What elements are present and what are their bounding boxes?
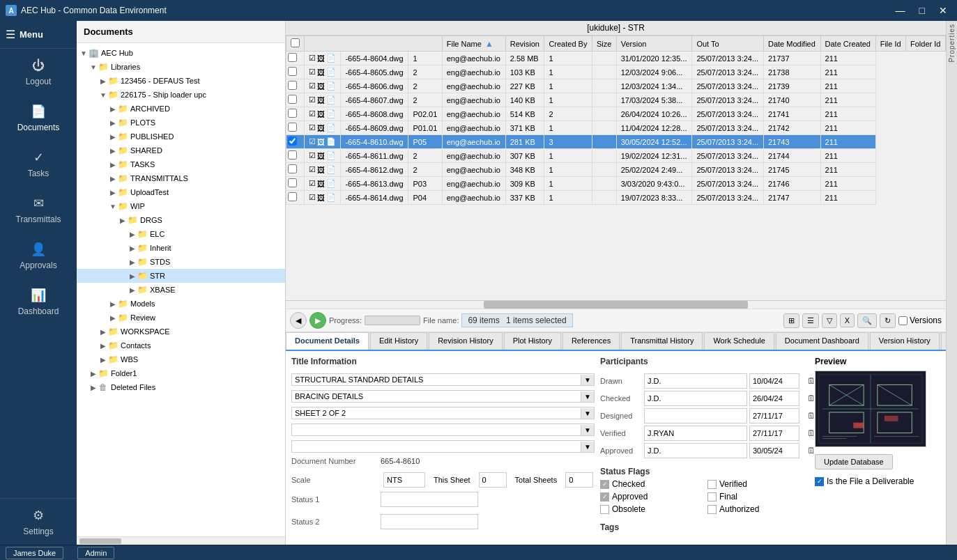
row-check-8[interactable] [286,149,305,163]
col-size[interactable]: Size [592,36,616,52]
tab-work-schedule[interactable]: Work Schedule [704,332,774,350]
sidebar-item-approvals[interactable]: 👤 Approvals [0,233,77,279]
row-filename-8[interactable]: -665-4-8611.dwg [341,149,408,163]
table-row[interactable]: ☑ 🖼 📄 -665-4-8607.dwg 2 eng@aechub.io 14… [286,93,946,107]
select-all-checkbox[interactable] [291,38,300,47]
row-filename-5[interactable]: -665-4-8608.dwg [341,107,408,121]
status2-input[interactable] [381,514,478,529]
tree-item-wip[interactable]: ▼📁WIP [77,199,285,213]
total-sheets-input[interactable] [565,472,593,488]
list-view-button[interactable]: ☰ [802,313,819,328]
refresh-button[interactable]: ↻ [880,313,896,328]
flag-approved[interactable]: ✓ Approved [600,492,702,501]
approved-checkbox[interactable]: ✓ [600,492,609,501]
col-filename[interactable]: File Name ▲ [442,36,505,52]
tree-toggle-xbase[interactable]: ▶ [128,286,137,294]
drawn-input[interactable] [644,373,747,389]
tree-toggle-123456[interactable]: ▶ [99,77,107,85]
tree-item-plots[interactable]: ▶📁PLOTS [77,116,285,130]
tree-item-drgs[interactable]: ▶📁DRGS [77,213,285,227]
sidebar-item-documents[interactable]: 📄 Documents [0,95,77,141]
tree-toggle-plots[interactable]: ▶ [109,119,117,127]
approved-input[interactable] [644,443,747,458]
tree-toggle-uploadtest[interactable]: ▶ [109,189,117,196]
tree-item-folder1[interactable]: ▶📁Folder1 [77,366,285,380]
tree-toggle-wbs[interactable]: ▶ [99,356,107,364]
hamburger-icon[interactable]: ☰ [6,28,15,41]
row-check-5[interactable] [286,107,305,121]
tree-toggle-models[interactable]: ▶ [109,300,117,308]
row-filename-10[interactable]: -665-4-8613.dwg [341,177,408,191]
tree-item-models[interactable]: ▶📁Models [77,297,285,311]
tree-item-elc[interactable]: ▶📁ELC [77,227,285,241]
table-row[interactable]: ☑ 🖼 📄 -665-4-8606.dwg 2 eng@aechub.io 22… [286,79,946,93]
title-dropdown-arrow-2[interactable]: ▼ [581,391,594,402]
row-check-2[interactable] [286,65,305,79]
tree-toggle-drgs[interactable]: ▶ [118,217,127,224]
drawn-date[interactable] [749,373,799,389]
tree-item-review[interactable]: ▶📁Review [77,311,285,325]
col-createdby[interactable]: Created By [544,36,592,52]
tree-item-published[interactable]: ▶📁PUBLISHED [77,130,285,143]
table-row[interactable]: ☑ 🖼 📄 -665-4-8611.dwg 2 eng@aechub.io 30… [286,149,946,163]
row-check-3[interactable] [286,79,305,93]
sidebar-item-dashboard[interactable]: 📊 Dashboard [0,279,77,325]
tree-item-str[interactable]: ▶📁STR [77,269,285,283]
deliverable-checkbox[interactable]: ✓ [815,477,824,486]
tree-toggle-published[interactable]: ▶ [109,133,117,141]
file-table-scrollbar-h[interactable] [286,300,946,309]
tree-toggle-aechub[interactable]: ▼ [79,49,88,57]
back-button[interactable]: ◀ [290,312,307,329]
checked-input[interactable] [644,391,747,406]
col-fileid[interactable]: File Id [875,36,905,52]
row-check-10[interactable] [286,177,305,191]
approved-date[interactable] [749,443,799,458]
filter-button[interactable]: ▽ [822,313,837,328]
tree-content[interactable]: ▼🏢AEC Hub▼📁Libraries▶📁123456 - DEFAUS Te… [77,43,285,536]
tree-item-contacts[interactable]: ▶📁Contacts [77,339,285,352]
title-dropdown-arrow-5[interactable]: ▼ [581,442,594,452]
table-row[interactable]: ☑ 🖼 📄 -665-4-8604.dwg 1 eng@aechub.io 2.… [286,52,946,65]
col-version[interactable]: Version [616,36,692,52]
designed-date[interactable] [749,408,799,423]
row-filename-11[interactable]: -665-4-8614.dwg [341,191,408,205]
row-check-9[interactable] [286,163,305,177]
title-input-3[interactable] [292,407,581,419]
tab-references[interactable]: References [562,332,620,350]
versions-checkbox[interactable] [898,316,908,325]
tree-scrollbar-horizontal[interactable] [77,536,285,545]
title-field-2[interactable]: ▼ [291,390,595,403]
tree-item-workspace[interactable]: ▶📁WORKSPACE [77,325,285,339]
row-check-11[interactable] [286,191,305,205]
file-table-container[interactable]: File Name ▲ Revision Created By Size Ver… [286,36,946,300]
status1-input[interactable] [381,492,478,507]
table-row[interactable]: ☑ 🖼 📄 -665-4-8610.dwg P05 eng@aechub.io … [286,135,946,149]
col-datemodified[interactable]: Date Modified [763,36,820,52]
flag-obsolete[interactable]: Obsolete [600,504,702,514]
tab-edit-history[interactable]: Edit History [370,332,427,350]
tree-item-archived[interactable]: ▶📁ARCHIVED [77,102,285,116]
search-button[interactable]: 🔍 [857,313,877,328]
sidebar-item-logout[interactable]: ⏻ Logout [0,49,77,95]
grid-view-button[interactable]: ⊞ [783,313,799,328]
tree-item-226175[interactable]: ▼📁226175 - Ship loader upc [77,88,285,102]
table-row[interactable]: ☑ 🖼 📄 -665-4-8614.dwg P04 eng@aechub.io … [286,191,946,205]
tree-toggle-deleted[interactable]: ▶ [89,384,98,391]
row-check-4[interactable] [286,93,305,107]
tree-item-tasks-folder[interactable]: ▶📁TASKS [77,157,285,171]
col-folderid[interactable]: Folder Id [905,36,945,52]
row-filename-7[interactable]: -665-4-8610.dwg [341,135,408,149]
flag-verified[interactable]: Verified [707,479,809,489]
verified-date[interactable] [749,426,799,441]
tree-toggle-contacts[interactable]: ▶ [99,342,107,350]
row-check-1[interactable] [286,52,305,65]
tab-transmittal-history[interactable]: Transmittal History [621,332,703,350]
col-outto[interactable]: Out To [692,36,764,52]
title-field-1[interactable]: ▼ [291,373,595,386]
tree-toggle-archived[interactable]: ▶ [109,105,117,113]
row-filename-9[interactable]: -665-4-8612.dwg [341,163,408,177]
tree-toggle-shared[interactable]: ▶ [109,147,117,155]
tree-toggle-stds[interactable]: ▶ [128,258,137,266]
row-filename-6[interactable]: -665-4-8609.dwg [341,121,408,135]
col-check[interactable] [286,36,305,52]
